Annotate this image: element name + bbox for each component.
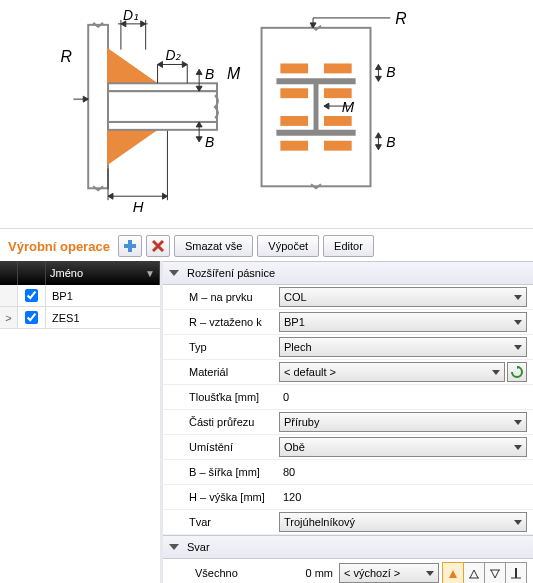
thickness-value[interactable]: 0 (279, 391, 289, 403)
diagram-panel: R D₁ D₂ B B M H R B B M (0, 0, 533, 228)
grid-header: Jméno▼ (0, 261, 160, 285)
svg-rect-30 (325, 64, 351, 72)
prop-label: M – na prvku (163, 291, 279, 303)
b-value[interactable]: 80 (279, 466, 295, 478)
prop-label: Tvar (163, 516, 279, 528)
svg-rect-33 (281, 117, 307, 125)
row-checkbox[interactable] (25, 311, 38, 324)
prop-label: Materiál (163, 366, 279, 378)
svg-text:B: B (205, 134, 214, 150)
row-checkbox[interactable] (25, 289, 38, 302)
col-name-header: Jméno (50, 267, 83, 279)
section-title: Rozšíření pásnice (187, 267, 275, 279)
svg-rect-34 (325, 117, 351, 125)
row-name: ZES1 (46, 312, 160, 324)
material-refresh-button[interactable] (507, 362, 527, 382)
r-dropdown[interactable]: BP1 (279, 312, 527, 332)
weld-type-4-icon[interactable] (505, 562, 527, 583)
weld-type-icons (443, 562, 527, 583)
calculate-button[interactable]: Výpočet (257, 235, 319, 257)
toolbar: Výrobní operace Smazat vše Výpočet Edito… (0, 228, 533, 261)
svg-rect-35 (281, 142, 307, 150)
svg-text:R: R (60, 48, 71, 65)
prop-label: R – vztaženo k (163, 316, 279, 328)
svg-text:R: R (395, 10, 406, 27)
svg-marker-1 (108, 50, 158, 85)
material-dropdown[interactable]: < default > (279, 362, 505, 382)
svg-text:M: M (227, 65, 241, 82)
prop-label: B – šířka [mm] (163, 466, 279, 478)
weld-type-3-icon[interactable] (484, 562, 506, 583)
svg-text:B: B (386, 64, 395, 80)
svg-text:D₁: D₁ (123, 10, 139, 23)
table-row[interactable]: BP1 (0, 285, 160, 307)
collapse-icon (169, 544, 179, 550)
prop-label: Tloušťka [mm] (163, 391, 279, 403)
svg-rect-32 (325, 89, 351, 97)
svg-text:B: B (386, 134, 395, 150)
section-title: Svar (187, 541, 210, 553)
svg-text:B: B (205, 66, 214, 82)
location-dropdown[interactable]: Obě (279, 437, 527, 457)
shape-dropdown[interactable]: Trojúhelníkový (279, 512, 527, 532)
svg-text:H: H (133, 199, 144, 215)
type-dropdown[interactable]: Plech (279, 337, 527, 357)
clear-all-button[interactable]: Smazat vše (174, 235, 253, 257)
prop-label: Části průřezu (163, 416, 279, 428)
row-selector-icon: > (0, 307, 18, 328)
svg-rect-5 (108, 91, 217, 122)
svg-text:D₂: D₂ (165, 47, 181, 63)
row-name: BP1 (46, 290, 160, 302)
weld-dropdown[interactable]: < výchozí > (339, 563, 439, 583)
add-button[interactable] (118, 235, 142, 257)
weld-type-1-icon[interactable] (442, 562, 464, 583)
operations-grid: Jméno▼ BP1 > ZES1 (0, 261, 163, 583)
svg-rect-0 (88, 25, 108, 188)
section-header[interactable]: Svar (163, 535, 533, 559)
weld-type-2-icon[interactable] (463, 562, 485, 583)
weld-value[interactable]: 0 mm (269, 567, 339, 579)
prop-label: Typ (163, 341, 279, 353)
svg-marker-2 (108, 129, 158, 164)
filter-icon[interactable]: ▼ (145, 268, 155, 279)
delete-button[interactable] (146, 235, 170, 257)
svg-rect-47 (124, 244, 136, 248)
prop-label: H – výška [mm] (163, 491, 279, 503)
schematic-diagram: R D₁ D₂ B B M H R B B M (10, 10, 523, 218)
editor-button[interactable]: Editor (323, 235, 374, 257)
m-dropdown[interactable]: COL (279, 287, 527, 307)
svg-rect-29 (281, 64, 307, 72)
table-row[interactable]: > ZES1 (0, 307, 160, 329)
section-header[interactable]: Rozšíření pásnice (163, 261, 533, 285)
weld-all-label: Všechno (169, 567, 269, 579)
svg-rect-36 (325, 142, 351, 150)
collapse-icon (169, 270, 179, 276)
parts-dropdown[interactable]: Příruby (279, 412, 527, 432)
prop-label: Umístění (163, 441, 279, 453)
svg-text:M: M (342, 99, 355, 115)
svg-rect-31 (281, 89, 307, 97)
toolbar-title: Výrobní operace (8, 239, 110, 254)
h-value[interactable]: 120 (279, 491, 301, 503)
properties-panel: Rozšíření pásnice M – na prvku COL R – v… (163, 261, 533, 583)
